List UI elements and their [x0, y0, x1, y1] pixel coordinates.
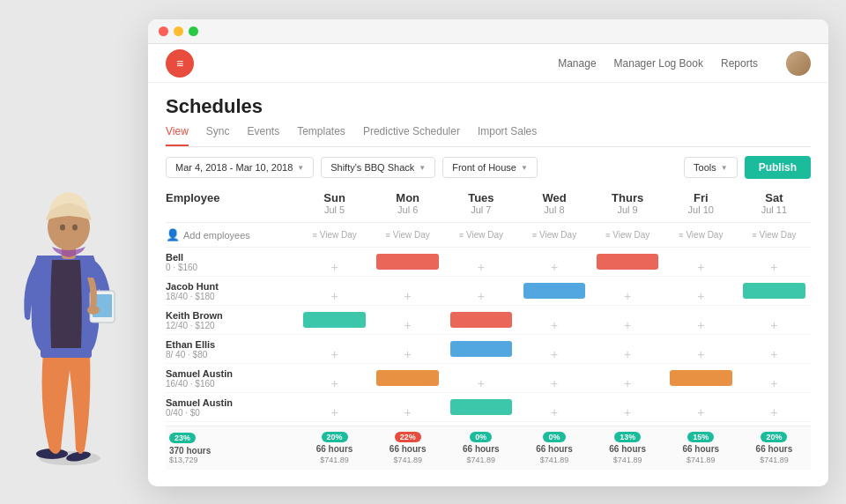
view-day-tues[interactable]: ≡ View Day [444, 225, 517, 245]
view-day-fri[interactable]: ≡ View Day [664, 225, 738, 245]
shift-cell[interactable]: + [591, 364, 664, 392]
shift-cell[interactable]: + [444, 277, 517, 305]
shift-cell[interactable]: + [298, 277, 371, 305]
add-shift-icon[interactable]: + [624, 318, 631, 332]
add-shift-icon[interactable]: + [551, 376, 558, 390]
shift-cell[interactable]: + [371, 277, 444, 305]
add-shift-icon[interactable]: + [697, 260, 704, 274]
tab-templates[interactable]: Templates [297, 125, 345, 146]
shift-cell[interactable]: + [738, 306, 811, 334]
publish-button[interactable]: Publish [745, 156, 811, 179]
add-shift-icon[interactable]: + [330, 405, 338, 419]
shift-cell[interactable]: + [517, 306, 590, 334]
add-shift-icon[interactable]: + [770, 347, 777, 361]
shift-cell[interactable]: + [738, 364, 811, 392]
shift-cell[interactable]: + [371, 393, 444, 421]
add-shift-icon[interactable]: + [624, 289, 631, 303]
add-shift-icon[interactable]: + [404, 405, 412, 419]
shift-cell[interactable]: + [517, 248, 590, 276]
shift-cell[interactable] [664, 364, 738, 392]
view-day-sat[interactable]: ≡ View Day [738, 225, 811, 245]
shift-cell[interactable]: + [591, 393, 664, 421]
reports-link[interactable]: Reports [721, 57, 758, 70]
add-shift-icon[interactable]: + [697, 405, 704, 419]
add-shift-icon[interactable]: + [404, 289, 412, 303]
close-button[interactable] [159, 26, 168, 36]
add-shift-icon[interactable]: + [624, 405, 631, 419]
minimize-button[interactable] [174, 26, 183, 36]
add-shift-icon[interactable]: + [551, 347, 558, 361]
add-shift-icon[interactable]: + [404, 318, 412, 332]
date-range-dropdown[interactable]: Mar 4, 2018 - Mar 10, 2018 ▼ [166, 157, 314, 178]
tab-sync[interactable]: Sync [206, 125, 230, 146]
shift-cell[interactable]: + [591, 306, 664, 334]
add-shift-icon[interactable]: + [330, 376, 338, 390]
add-shift-icon[interactable]: + [330, 347, 338, 361]
add-shift-icon[interactable]: + [624, 347, 631, 361]
shift-cell[interactable]: + [664, 306, 738, 334]
user-avatar[interactable] [786, 51, 811, 76]
add-shift-icon[interactable]: + [551, 260, 558, 274]
add-shift-icon[interactable]: + [770, 405, 777, 419]
add-shift-icon[interactable]: + [770, 376, 777, 390]
shift-cell[interactable]: + [444, 248, 517, 276]
shift-cell[interactable]: + [371, 335, 444, 363]
shift-cell[interactable]: + [591, 277, 664, 305]
shift-cell[interactable] [591, 248, 664, 276]
shift-cell[interactable]: + [738, 248, 811, 276]
add-shift-icon[interactable]: + [770, 318, 777, 332]
shift-cell[interactable]: + [298, 364, 371, 392]
shift-cell[interactable]: + [517, 364, 590, 392]
add-shift-icon[interactable]: + [697, 318, 704, 332]
shift-cell[interactable] [371, 248, 444, 276]
shift-cell[interactable] [517, 277, 590, 305]
shift-cell[interactable]: + [738, 335, 811, 363]
shift-cell[interactable]: + [738, 393, 811, 421]
shift-cell[interactable]: + [517, 393, 590, 421]
manager-log-link[interactable]: Manager Log Book [614, 57, 703, 70]
shift-cell[interactable]: + [591, 335, 664, 363]
add-shift-icon[interactable]: + [478, 376, 485, 390]
shift-cell[interactable]: + [371, 306, 444, 334]
shift-cell[interactable] [298, 306, 371, 334]
tab-predictive[interactable]: Predictive Scheduler [363, 125, 460, 146]
maximize-button[interactable] [189, 26, 198, 36]
add-shift-icon[interactable]: + [770, 260, 777, 274]
add-shift-icon[interactable]: + [624, 376, 631, 390]
add-shift-icon[interactable]: + [404, 347, 412, 361]
shift-cell[interactable] [738, 277, 811, 305]
add-shift-icon[interactable]: + [551, 318, 558, 332]
add-shift-icon[interactable]: + [478, 289, 485, 303]
shift-cell[interactable] [371, 364, 444, 392]
add-shift-icon[interactable]: + [330, 260, 338, 274]
add-shift-icon[interactable]: + [478, 260, 485, 274]
add-shift-icon[interactable]: + [697, 289, 704, 303]
shift-cell[interactable]: + [298, 248, 371, 276]
shift-cell[interactable]: + [444, 364, 517, 392]
shift-cell[interactable] [444, 306, 517, 334]
shift-cell[interactable]: + [664, 277, 738, 305]
manage-link[interactable]: Manage [558, 57, 596, 70]
add-shift-icon[interactable]: + [330, 289, 338, 303]
tab-events[interactable]: Events [247, 125, 279, 146]
add-shift-icon[interactable]: + [697, 347, 704, 361]
shift-cell[interactable]: + [664, 248, 738, 276]
view-day-wed[interactable]: ≡ View Day [517, 225, 590, 245]
view-day-mon[interactable]: ≡ View Day [371, 225, 444, 245]
tab-view[interactable]: View [166, 125, 189, 146]
shift-cell[interactable] [444, 393, 517, 421]
shift-cell[interactable]: + [298, 393, 371, 421]
tools-dropdown[interactable]: Tools ▼ [684, 157, 738, 178]
location-dropdown[interactable]: Shifty's BBQ Shack ▼ [321, 157, 435, 178]
shift-cell[interactable] [444, 335, 517, 363]
add-employees-label[interactable]: Add employees [183, 230, 250, 241]
tab-import[interactable]: Import Sales [478, 125, 537, 146]
shift-cell[interactable]: + [517, 335, 590, 363]
view-day-sun[interactable]: ≡ View Day [298, 225, 371, 245]
view-day-thurs[interactable]: ≡ View Day [591, 225, 664, 245]
shift-cell[interactable]: + [298, 335, 371, 363]
add-shift-icon[interactable]: + [551, 405, 558, 419]
shift-cell[interactable]: + [664, 335, 738, 363]
shift-cell[interactable]: + [664, 393, 738, 421]
department-dropdown[interactable]: Front of House ▼ [442, 157, 538, 178]
